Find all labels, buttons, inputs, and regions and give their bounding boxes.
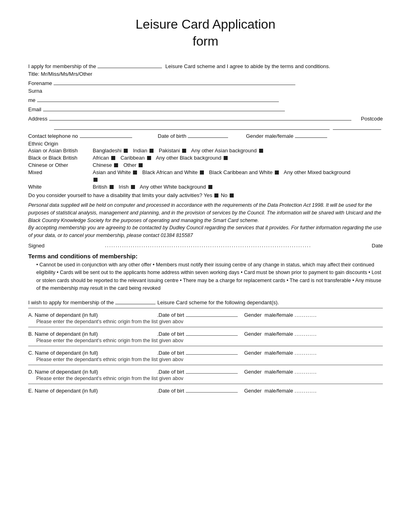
dep-e-dob: .Date of birt bbox=[157, 387, 238, 394]
dep-d-gender: Gender male/female ............ bbox=[244, 369, 383, 375]
dep-d-dob: .Date of birt bbox=[157, 368, 238, 375]
dep-c-name-label: C. Name of dependant (in full) bbox=[28, 350, 157, 356]
british-checkbox[interactable] bbox=[110, 185, 114, 189]
date-label: Date bbox=[372, 243, 383, 249]
email-label: Email bbox=[28, 106, 42, 112]
dep-e-gender: Gender male/female ............ bbox=[244, 388, 383, 394]
wish-field[interactable] bbox=[115, 298, 156, 304]
white-options: British Irish Any other White background bbox=[93, 184, 383, 190]
address-label: Address bbox=[28, 116, 48, 122]
dep-a-dob: .Date of birt bbox=[157, 311, 238, 318]
forename-field[interactable] bbox=[54, 79, 295, 85]
postcode-label: Postcode bbox=[361, 116, 383, 122]
african-checkbox[interactable] bbox=[111, 156, 115, 160]
header-section: I apply for membership of the Leisure Ca… bbox=[28, 62, 383, 69]
terms-title: Terms and conditions of membership: bbox=[28, 253, 383, 260]
disability-no-text: No bbox=[221, 192, 229, 198]
dep-d-dob-field[interactable] bbox=[186, 368, 238, 374]
dep-b-gender-label: Gender male/female ............ bbox=[244, 331, 317, 337]
dep-b-ethnic: Please enter the dependant's ethnic orig… bbox=[28, 338, 383, 343]
dep-a-dob-field[interactable] bbox=[186, 311, 238, 317]
dep-a-gender-label: Gender male/female ............ bbox=[244, 312, 317, 318]
contact-row: Contact telephone no Date of birth Gende… bbox=[28, 131, 383, 139]
surname-section: Surna bbox=[28, 88, 383, 94]
ethnic-row-black: Black or Black British African Caribbean… bbox=[28, 155, 383, 161]
membership-field[interactable] bbox=[98, 62, 162, 68]
ethnic-row-chinese: Chinese or Other Chinese Other bbox=[28, 162, 383, 168]
dep-c-gender: Gender male/female ............ bbox=[244, 350, 383, 356]
postcode-field[interactable] bbox=[333, 123, 381, 130]
disability-yes-checkbox[interactable] bbox=[214, 193, 218, 197]
dep-e-row: E. Name of dependant (in full) .Date of … bbox=[28, 387, 383, 394]
asian-label: Asian or Asian British bbox=[28, 148, 93, 154]
address-field[interactable] bbox=[49, 114, 351, 121]
forename-label: Forename bbox=[28, 80, 52, 86]
irish-checkbox[interactable] bbox=[131, 185, 135, 189]
black-options: African Caribbean Any other Black backgr… bbox=[93, 155, 383, 161]
signed-dots: ........................................… bbox=[44, 243, 372, 248]
email-field[interactable] bbox=[43, 105, 285, 111]
mixed-options: Asian and White Black African and White … bbox=[93, 169, 383, 175]
surname-field[interactable] bbox=[37, 96, 279, 102]
dep-b-name-label: B. Name of dependant (in full) bbox=[28, 331, 157, 337]
dep-d-row: D. Name of dependant (in full) .Date of … bbox=[28, 368, 383, 375]
ethnic-row-mixed: Mixed Asian and White Black African and … bbox=[28, 169, 383, 175]
dep-a-row: A. Name of dependant (in full) .Date of … bbox=[28, 311, 383, 318]
bangladeshi-checkbox[interactable] bbox=[124, 149, 128, 153]
disability-no-checkbox[interactable] bbox=[230, 193, 234, 197]
surname-cont-label: me bbox=[28, 97, 35, 103]
dep-c-ethnic: Please enter the dependant's ethnic orig… bbox=[28, 357, 383, 362]
ethnic-row-white: White British Irish Any other White back… bbox=[28, 184, 383, 190]
dep-b-dob-label: .Date of birt bbox=[157, 331, 184, 337]
dep-e-dob-field[interactable] bbox=[186, 387, 238, 393]
dependant-e: E. Name of dependant (in full) .Date of … bbox=[28, 384, 383, 395]
contact-field[interactable] bbox=[80, 131, 132, 138]
header-text1: I apply for membership of the bbox=[28, 63, 96, 69]
dep-b-dob-field[interactable] bbox=[186, 330, 238, 336]
dob-field[interactable] bbox=[188, 131, 228, 138]
mixed-other-checkbox-row bbox=[93, 177, 383, 183]
dependant-b: B. Name of dependant (in full) .Date of … bbox=[28, 327, 383, 346]
dependant-c: C. Name of dependant (in full) .Date of … bbox=[28, 346, 383, 365]
dep-d-dob-label: .Date of birt bbox=[157, 369, 184, 375]
page-title: Leisure Card Applicationform bbox=[28, 16, 383, 50]
other-black-checkbox[interactable] bbox=[224, 156, 228, 160]
header-text2: Leisure Card scheme and I agree to abide… bbox=[165, 63, 330, 69]
data-protection-text: Personal data supplied will be held on c… bbox=[28, 202, 383, 239]
chinese-checkbox[interactable] bbox=[114, 163, 118, 167]
title-section: Title: Mr/Miss/Ms/Mrs/Other bbox=[28, 71, 383, 77]
chinese-other-label: Chinese or Other bbox=[28, 162, 93, 168]
forename-section: Forename bbox=[28, 79, 383, 86]
asian-white-checkbox[interactable] bbox=[133, 170, 137, 175]
terms-text: • Cannot be used in conjunction with any… bbox=[36, 261, 383, 293]
mixed-label: Mixed bbox=[28, 169, 93, 175]
dep-b-gender: Gender male/female ............ bbox=[244, 331, 383, 337]
bullet-icon: • bbox=[36, 262, 38, 268]
address-field2[interactable] bbox=[54, 123, 330, 130]
contact-label: Contact telephone no bbox=[28, 133, 78, 139]
dep-c-dob-field[interactable] bbox=[186, 349, 238, 355]
gender-field[interactable] bbox=[295, 131, 327, 138]
asian-options: Bangladeshi Indian Pakistani Any other A… bbox=[93, 148, 383, 154]
dep-b-dob: .Date of birt bbox=[157, 330, 238, 337]
indian-checkbox[interactable] bbox=[149, 149, 154, 153]
caribbean-checkbox[interactable] bbox=[147, 156, 151, 160]
dep-d-gender-label: Gender male/female ............ bbox=[244, 369, 317, 375]
disability-section: Do you consider yourself to have a disab… bbox=[28, 192, 383, 198]
other-checkbox[interactable] bbox=[139, 163, 143, 167]
disability-text: Do you consider yourself to have a disab… bbox=[28, 192, 214, 198]
gender-label: Gender male/female bbox=[246, 133, 293, 139]
dependant-d: D. Name of dependant (in full) .Date of … bbox=[28, 365, 383, 384]
surname-cont: me bbox=[28, 96, 383, 103]
black-caribbean-white-checkbox[interactable] bbox=[275, 170, 279, 175]
wish-text2: Leisure Card scheme for the following de… bbox=[157, 299, 279, 305]
other-mixed-checkbox[interactable] bbox=[93, 178, 98, 182]
dep-e-name-label: E. Name of dependant (in full) bbox=[28, 388, 157, 394]
black-african-white-checkbox[interactable] bbox=[200, 170, 204, 175]
ethnic-row-asian: Asian or Asian British Bangladeshi India… bbox=[28, 148, 383, 154]
other-white-checkbox[interactable] bbox=[208, 185, 212, 189]
other-asian-checkbox[interactable] bbox=[259, 149, 263, 153]
pakistani-checkbox[interactable] bbox=[182, 149, 186, 153]
email-section: Email bbox=[28, 105, 383, 112]
dep-e-dob-label: .Date of birt bbox=[157, 388, 184, 394]
